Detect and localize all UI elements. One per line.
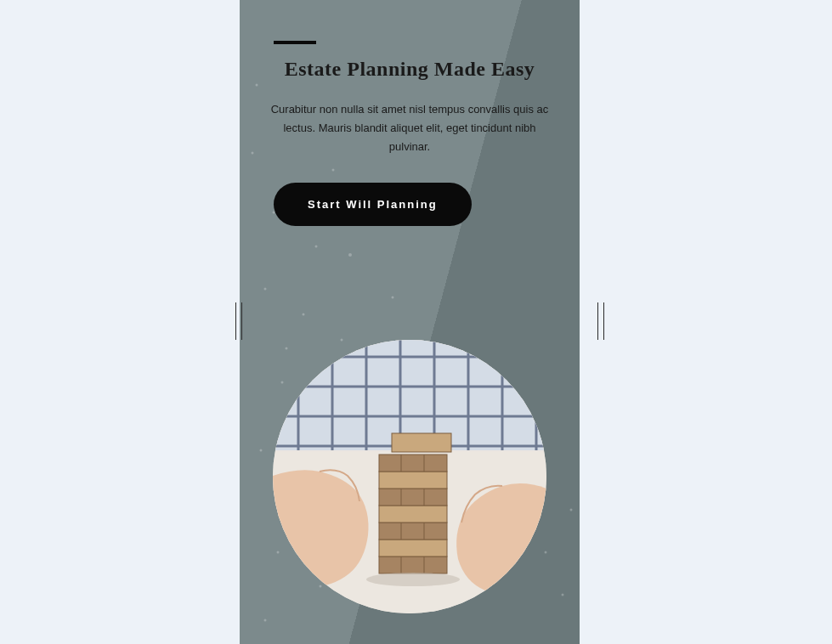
svg-point-8: [341, 339, 343, 342]
svg-point-57: [366, 573, 460, 586]
svg-point-15: [320, 585, 322, 588]
svg-point-18: [392, 297, 394, 299]
svg-point-11: [260, 449, 263, 452]
svg-rect-44: [379, 506, 447, 523]
svg-point-2: [332, 169, 335, 172]
hero-body: Curabitur non nulla sit amet nisl tempus…: [263, 100, 556, 156]
svg-point-6: [264, 288, 267, 291]
svg-point-4: [315, 246, 318, 248]
svg-point-24: [562, 594, 564, 596]
svg-point-0: [256, 84, 258, 87]
svg-point-14: [277, 551, 280, 554]
svg-point-7: [303, 314, 305, 316]
svg-rect-43: [379, 523, 447, 539]
accent-bar: [274, 41, 316, 44]
svg-rect-47: [379, 455, 447, 472]
svg-rect-46: [379, 472, 447, 489]
svg-point-26: [570, 509, 573, 511]
svg-rect-42: [379, 539, 447, 556]
svg-point-21: [252, 152, 254, 155]
decorative-lines-left: [233, 302, 245, 343]
start-will-planning-button[interactable]: Start Will Planning: [274, 183, 472, 226]
svg-rect-45: [379, 489, 447, 506]
svg-rect-41: [379, 556, 447, 573]
hero-image: [273, 340, 546, 613]
svg-point-25: [545, 551, 547, 554]
svg-point-22: [286, 347, 288, 350]
svg-rect-48: [392, 433, 451, 452]
svg-point-5: [348, 253, 352, 257]
svg-point-16: [264, 619, 267, 622]
hero-heading: Estate Planning Made Easy: [240, 58, 580, 81]
decorative-lines-right: [595, 302, 607, 343]
svg-point-9: [281, 381, 284, 384]
